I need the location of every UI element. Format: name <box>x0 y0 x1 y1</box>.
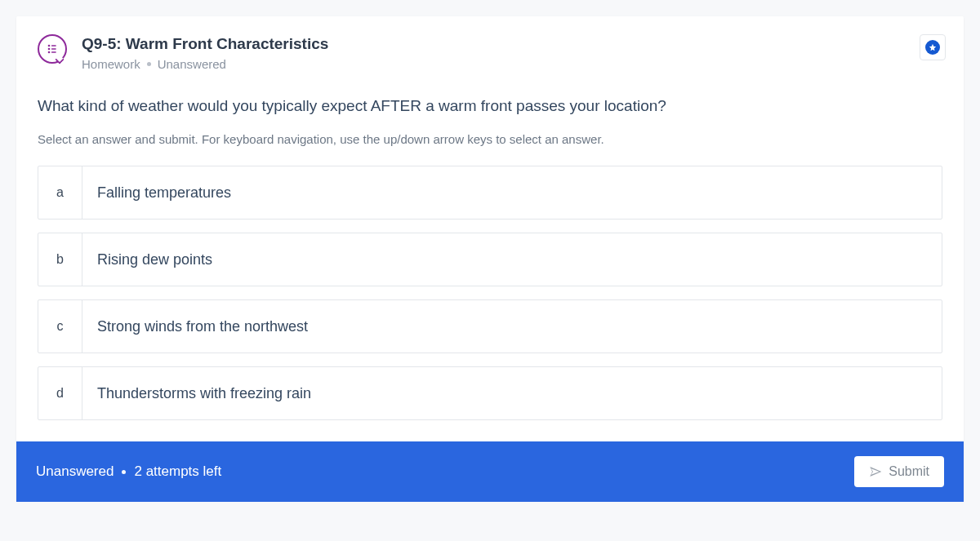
attempts-left: 2 attempts left <box>134 463 221 480</box>
option-d[interactable]: d Thunderstorms with freezing rain <box>38 366 942 420</box>
options-list: a Falling temperatures b Rising dew poin… <box>38 166 942 441</box>
submit-label: Submit <box>889 464 929 479</box>
footer-status: Unanswered <box>36 463 114 480</box>
question-category: Homework <box>82 57 140 71</box>
option-letter: a <box>38 166 82 219</box>
dot-separator <box>147 62 151 66</box>
svg-point-2 <box>48 48 51 51</box>
question-card: Q9-5: Warm Front Characteristics Homewor… <box>16 16 964 502</box>
option-letter: c <box>38 300 82 353</box>
dot-separator <box>122 470 126 474</box>
bookmark-button[interactable] <box>920 34 946 60</box>
svg-point-0 <box>48 45 51 47</box>
option-letter: d <box>38 367 82 419</box>
svg-rect-3 <box>51 48 56 50</box>
option-text: Rising dew points <box>82 233 227 286</box>
option-letter: b <box>38 233 82 286</box>
multiple-choice-icon <box>38 34 67 64</box>
option-text: Thunderstorms with freezing rain <box>82 367 326 419</box>
instruction-text: Select an answer and submit. For keyboar… <box>38 132 942 146</box>
question-footer: Unanswered 2 attempts left Submit <box>16 441 964 502</box>
option-text: Falling temperatures <box>82 166 246 219</box>
svg-rect-1 <box>51 45 56 47</box>
send-icon <box>869 465 882 478</box>
submit-button[interactable]: Submit <box>854 456 944 487</box>
question-prompt: What kind of weather would you typically… <box>38 95 942 117</box>
star-icon <box>925 40 940 55</box>
svg-rect-5 <box>51 51 56 53</box>
question-status: Unanswered <box>158 57 226 71</box>
option-b[interactable]: b Rising dew points <box>38 233 942 286</box>
question-header: Q9-5: Warm Front Characteristics Homewor… <box>16 16 964 76</box>
option-a[interactable]: a Falling temperatures <box>38 166 942 220</box>
svg-point-4 <box>48 51 51 54</box>
question-title: Q9-5: Warm Front Characteristics <box>82 34 328 54</box>
option-text: Strong winds from the northwest <box>82 300 323 353</box>
option-c[interactable]: c Strong winds from the northwest <box>38 299 942 353</box>
question-subtitle: Homework Unanswered <box>82 57 328 71</box>
